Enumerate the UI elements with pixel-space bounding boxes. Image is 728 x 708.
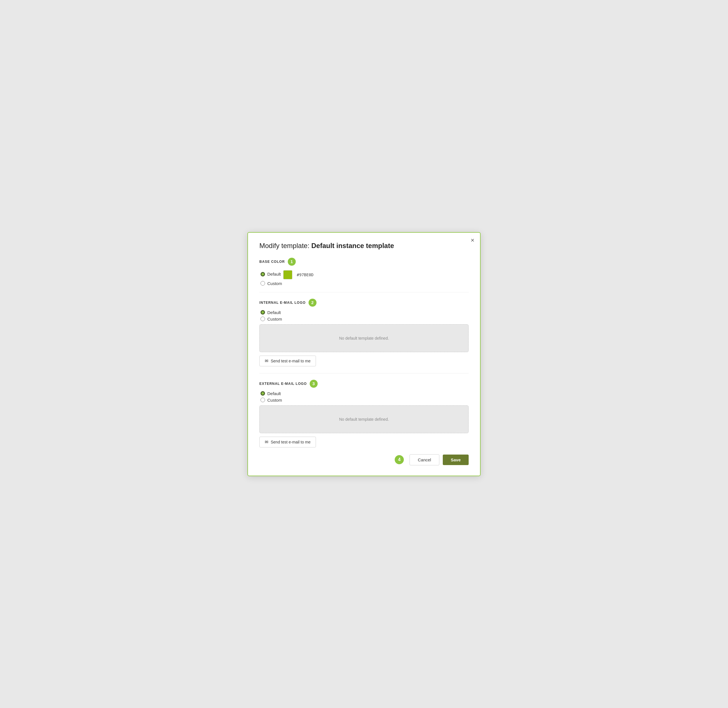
external-logo-template-box: No default template defined. xyxy=(260,405,468,433)
external-logo-custom-row: Custom xyxy=(261,398,468,402)
base-color-default-radio[interactable] xyxy=(261,272,265,277)
internal-send-test-button[interactable]: ✉ Send test e-mail to me xyxy=(260,355,316,366)
external-logo-section: EXTERNAL E-MAIL LOGO 3 Default Custom No… xyxy=(260,380,468,447)
external-send-test-button[interactable]: ✉ Send test e-mail to me xyxy=(260,437,316,447)
internal-logo-section: INTERNAL E-MAIL LOGO 2 Default Custom No… xyxy=(260,299,468,366)
envelope-icon-2: ✉ xyxy=(265,440,268,445)
dialog-title: Modify template: Default instance templa… xyxy=(260,242,468,250)
color-hex-value: #97BE0D xyxy=(297,273,314,277)
external-logo-default-radio[interactable] xyxy=(261,391,265,396)
internal-logo-default-label: Default xyxy=(267,310,281,315)
external-logo-default-row: Default xyxy=(261,391,468,396)
base-color-custom-row: Custom xyxy=(261,281,468,286)
envelope-icon: ✉ xyxy=(265,358,268,364)
close-button[interactable]: × xyxy=(471,237,474,244)
base-color-default-label: Default xyxy=(267,272,281,277)
internal-logo-default-radio[interactable] xyxy=(261,310,265,315)
internal-logo-custom-radio[interactable] xyxy=(261,316,265,321)
external-logo-default-label: Default xyxy=(267,391,281,396)
internal-logo-default-row: Default xyxy=(261,310,468,315)
base-color-header: BASE COLOR 1 xyxy=(260,258,468,266)
base-color-label: BASE COLOR xyxy=(260,260,285,264)
base-color-custom-radio[interactable] xyxy=(261,281,265,286)
internal-logo-custom-label: Custom xyxy=(267,316,282,321)
internal-logo-placeholder-text: No default template defined. xyxy=(339,336,389,341)
external-logo-placeholder-text: No default template defined. xyxy=(339,417,389,422)
color-swatch[interactable] xyxy=(283,270,292,279)
base-color-section: BASE COLOR 1 Default #97BE0D Custom xyxy=(260,258,468,286)
internal-logo-radio-group: Default Custom xyxy=(261,310,468,321)
title-bold: Default instance template xyxy=(312,242,394,250)
internal-logo-header: INTERNAL E-MAIL LOGO 2 xyxy=(260,299,468,307)
external-logo-step-badge: 3 xyxy=(310,380,318,388)
external-send-test-label: Send test e-mail to me xyxy=(271,440,310,444)
external-logo-radio-group: Default Custom xyxy=(261,391,468,402)
internal-logo-template-box: No default template defined. xyxy=(260,324,468,352)
external-logo-custom-radio[interactable] xyxy=(261,398,265,402)
internal-logo-step-badge: 2 xyxy=(309,299,316,307)
save-button[interactable]: Save xyxy=(443,454,468,465)
base-color-value-row: #97BE0D xyxy=(283,270,314,279)
modify-template-dialog: × Modify template: Default instance temp… xyxy=(247,232,481,476)
footer-step-badge: 4 xyxy=(395,455,404,464)
external-logo-header: EXTERNAL E-MAIL LOGO 3 xyxy=(260,380,468,388)
cancel-button[interactable]: Cancel xyxy=(409,454,439,465)
internal-logo-custom-row: Custom xyxy=(261,316,468,321)
dialog-footer: 4 Cancel Save xyxy=(260,454,468,465)
close-icon: × xyxy=(471,236,474,244)
title-prefix: Modify template: xyxy=(260,242,312,250)
base-color-default-row: Default #97BE0D xyxy=(261,269,468,279)
base-color-custom-label: Custom xyxy=(267,281,282,286)
internal-logo-label: INTERNAL E-MAIL LOGO xyxy=(260,301,306,305)
external-logo-label: EXTERNAL E-MAIL LOGO xyxy=(260,382,307,386)
external-logo-custom-label: Custom xyxy=(267,398,282,402)
base-color-step-badge: 1 xyxy=(288,258,296,266)
base-color-radio-group: Default #97BE0D Custom xyxy=(261,269,468,286)
internal-send-test-label: Send test e-mail to me xyxy=(271,359,310,363)
